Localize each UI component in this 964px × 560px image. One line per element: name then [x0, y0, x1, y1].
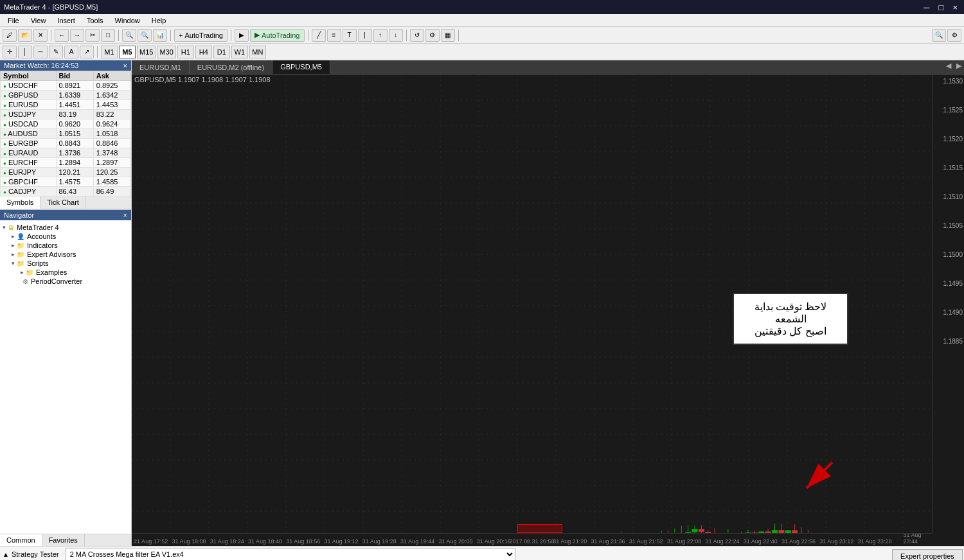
tf-w1[interactable]: W1	[231, 46, 248, 58]
chart-scroll-right[interactable]: ▶	[954, 60, 964, 74]
zoom-in-btn[interactable]: 🔍	[122, 29, 136, 42]
ask-cell: 1.4585	[93, 177, 130, 187]
cut-btn[interactable]: ✂	[85, 29, 100, 42]
tree-metatrader4[interactable]: ▾ 🖥 MetaTrader 4	[3, 223, 129, 232]
market-watch-row[interactable]: ● USDCHF 0.8921 0.8925	[1, 81, 131, 91]
market-watch-row[interactable]: ● USDJPY 83.19 83.22	[1, 110, 131, 119]
chart-container[interactable]: GBPUSD,M5 1.1907 1.1908 1.1907 1.1908 لا…	[132, 74, 964, 546]
market-watch-row[interactable]: ● EURGBP 0.8843 0.8846	[1, 139, 131, 148]
menu-window[interactable]: Window	[110, 15, 145, 26]
new-btn[interactable]: 🖊	[3, 29, 17, 42]
market-watch-row[interactable]: ● USDCAD 0.9620 0.9624	[1, 119, 131, 129]
new-order-button[interactable]: + AutoTrading	[174, 29, 228, 42]
market-watch-close[interactable]: ×	[123, 62, 127, 69]
market-watch-row[interactable]: ● EURJPY 120.21 120.25	[1, 168, 131, 177]
line-tool[interactable]: │	[18, 46, 32, 58]
tf-h4[interactable]: H4	[195, 46, 212, 58]
annotation-box: لاحظ توقيت بداية الشمعه اصبح كل دقيقتين	[733, 293, 848, 345]
market-watch-row[interactable]: ● GBPUSD 1.6339 1.6342	[1, 91, 131, 100]
scripts-icon: 📁	[17, 260, 24, 267]
market-watch-row[interactable]: ● EURCHF 1.2894 1.2897	[1, 158, 131, 168]
fwd-btn[interactable]: →	[70, 29, 84, 42]
tree-indicators[interactable]: ▸ 📁 Indicators	[3, 241, 129, 250]
chart-tab-eurusd-m1[interactable]: EURUSD,M1	[132, 60, 190, 74]
strategy-tester-panel: ▲ Strategy Tester 2 MA Crosses Mega filt…	[0, 546, 964, 560]
market-watch-row[interactable]: ● EURAUD 1.3736 1.3748	[1, 148, 131, 158]
settings-btn[interactable]: ⚙	[947, 29, 961, 42]
tf-m30[interactable]: M30	[157, 46, 175, 58]
symbol-cell: ● GBPUSD	[1, 91, 57, 100]
chart-tab-gbpusd-m5[interactable]: GBPUSD,M5	[272, 60, 330, 74]
text-tool[interactable]: A	[64, 46, 78, 58]
hline-tool[interactable]: ─	[33, 46, 48, 58]
strategy-tester-label: Strategy Tester	[12, 550, 59, 558]
arrow-tool[interactable]: ↗	[80, 46, 94, 58]
chart-tab-eurusd-m2[interactable]: EURUSD,M2 (offline)	[190, 60, 272, 74]
chart-type-btn[interactable]: ▦	[441, 29, 455, 42]
maximize-button[interactable]: □	[936, 3, 947, 12]
autotrading-button[interactable]: ▶ AutoTrading	[250, 29, 305, 42]
tree-accounts[interactable]: ▸ 👤 Accounts	[3, 232, 129, 241]
tree-period-converter[interactable]: ⚙ PeriodConverter	[3, 277, 129, 286]
tree-scripts[interactable]: ▾ 📁 Scripts	[3, 259, 129, 268]
market-watch-row[interactable]: ● CADJPY 86.43 86.49	[1, 187, 131, 197]
tester-top-row: ▲ Strategy Tester 2 MA Crosses Mega filt…	[0, 547, 964, 560]
tf-d1[interactable]: D1	[213, 46, 230, 58]
minimize-button[interactable]: ─	[921, 3, 932, 12]
market-watch-row[interactable]: ● EURUSD 1.4451 1.4453	[1, 100, 131, 110]
menu-view[interactable]: View	[26, 15, 51, 26]
market-watch-row[interactable]: ● AUDUSD 1.0515 1.0518	[1, 129, 131, 139]
menu-file[interactable]: File	[3, 15, 24, 26]
chart-scroll-left[interactable]: ◀	[943, 60, 954, 74]
close-button[interactable]: ×	[950, 3, 960, 12]
template-btn[interactable]: T	[343, 29, 357, 42]
back-btn[interactable]: ←	[55, 29, 69, 42]
left-panel: Market Watch: 16:24:53 × Symbol Bid Ask …	[0, 60, 132, 546]
col-bid: Bid	[56, 71, 93, 81]
nav-tab-favorites[interactable]: Favorites	[42, 534, 85, 546]
tree-expert-advisors[interactable]: ▸ 📁 Expert Advisors	[3, 250, 129, 259]
period-sep-btn[interactable]: |	[358, 29, 372, 42]
draw-tool[interactable]: ✎	[49, 46, 63, 58]
chart-btn[interactable]: 📊	[153, 29, 167, 42]
st-collapse-btn[interactable]: ▲	[3, 551, 9, 558]
bid-cell: 1.4575	[56, 177, 93, 187]
tf-h1[interactable]: H1	[177, 46, 194, 58]
nav-tab-common[interactable]: Common	[0, 534, 42, 546]
tf-mn[interactable]: MN	[249, 46, 266, 58]
tab-symbols[interactable]: Symbols	[0, 197, 40, 209]
ea-dropdown[interactable]: 2 MA Crosses Mega filter EA V1.ex4	[66, 548, 515, 560]
expert-properties-button[interactable]: Expert properties	[892, 549, 963, 560]
zoom-out-btn[interactable]: 🔍	[138, 29, 152, 42]
y-label-9: 1.1490	[943, 309, 963, 316]
x-label: 31 Aug 19:28	[362, 538, 397, 545]
tab-tick-chart[interactable]: Tick Chart	[40, 197, 86, 209]
tree-label-accounts: Accounts	[27, 232, 56, 240]
indicator-btn[interactable]: ≡	[327, 29, 341, 42]
cursor-tool[interactable]: ✛	[3, 46, 17, 58]
open-btn[interactable]: 📂	[18, 29, 32, 42]
tf-m5[interactable]: M5	[119, 46, 136, 58]
refresh-btn[interactable]: ↺	[410, 29, 424, 42]
menu-help[interactable]: Help	[147, 15, 172, 26]
x-label: 31 Aug 18:08	[172, 538, 206, 545]
tf-m1[interactable]: M1	[101, 46, 118, 58]
navigator-close[interactable]: ×	[123, 211, 127, 219]
close-btn[interactable]: ✕	[33, 29, 48, 42]
arrow-up-btn[interactable]: ↑	[373, 29, 388, 42]
bid-cell: 1.4451	[56, 100, 93, 110]
tree-examples[interactable]: ▸ 📁 Examples	[3, 268, 129, 277]
config-btn[interactable]: ⚙	[425, 29, 440, 42]
x-label: 31 Aug 22:24	[705, 538, 739, 545]
copy-btn[interactable]: □	[101, 29, 115, 42]
arrow-dn-btn[interactable]: ↓	[389, 29, 403, 42]
ask-cell: 1.2897	[93, 158, 130, 168]
search-btn[interactable]: 🔍	[932, 29, 946, 42]
bid-cell: 120.21	[56, 168, 93, 177]
line-studies-btn[interactable]: ╱	[312, 29, 326, 42]
expert-on-btn[interactable]: ▶	[235, 29, 249, 42]
menu-insert[interactable]: Insert	[52, 15, 80, 26]
menu-tools[interactable]: Tools	[82, 15, 109, 26]
market-watch-row[interactable]: ● GBPCHF 1.4575 1.4585	[1, 177, 131, 187]
tf-m15[interactable]: M15	[137, 46, 156, 58]
